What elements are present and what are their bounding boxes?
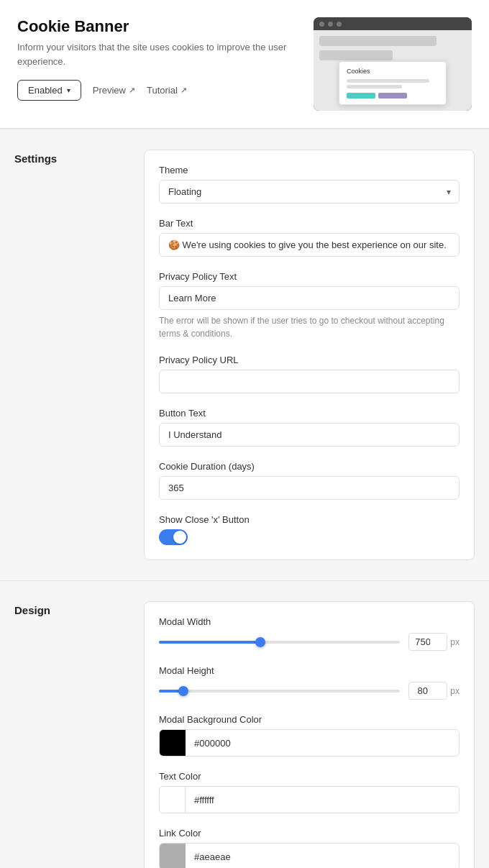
preview-label: Preview: [93, 85, 126, 96]
modal-bg-color-input[interactable]: [186, 732, 459, 754]
mockup-block-2: [319, 50, 393, 60]
show-close-button-toggle[interactable]: [159, 529, 188, 545]
link-color-field: [159, 843, 460, 868]
mockup-dot-1: [319, 22, 324, 27]
privacy-policy-text-label: Privacy Policy Text: [159, 271, 460, 282]
mockup-cookie-buttons: [347, 93, 439, 99]
modal-width-slider-thumb[interactable]: [255, 637, 265, 647]
privacy-policy-text-field-group: Privacy Policy Text The error will be sh…: [159, 271, 460, 340]
button-text-label: Button Text: [159, 408, 460, 419]
design-section: Design Modal Width px Modal Height: [0, 581, 489, 868]
settings-label: Settings: [14, 150, 144, 165]
modal-width-unit: px: [450, 637, 460, 647]
modal-height-slider-track[interactable]: [159, 690, 400, 693]
cookie-duration-field-group: Cookie Duration (days): [159, 461, 460, 500]
mockup-cookie-box: Cookies: [339, 61, 447, 105]
settings-panel: Theme Floating Top Bar Bottom Bar Modal …: [144, 150, 475, 560]
tutorial-link[interactable]: Tutorial ↗: [147, 85, 187, 96]
modal-width-slider-fill: [159, 641, 260, 644]
mockup-btn-green: [347, 93, 375, 99]
privacy-policy-text-hint: The error will be shown if the user trie…: [159, 314, 460, 340]
tutorial-label: Tutorial: [147, 85, 178, 96]
theme-select-wrapper: Floating Top Bar Bottom Bar Modal ▾: [159, 180, 460, 204]
bar-text-label: Bar Text: [159, 218, 460, 229]
preview-link[interactable]: Preview ↗: [93, 85, 135, 96]
enabled-button[interactable]: Enabled ▾: [17, 80, 81, 101]
modal-height-slider-thumb[interactable]: [178, 686, 188, 696]
modal-height-label: Modal Height: [159, 665, 460, 676]
external-link-icon: ↗: [180, 86, 187, 95]
mockup-cookie-line-1: [347, 79, 429, 83]
privacy-policy-url-label: Privacy Policy URL: [159, 355, 460, 365]
text-color-swatch[interactable]: [160, 787, 186, 813]
modal-width-value-box: px: [408, 633, 460, 651]
modal-bg-color-label: Modal Background Color: [159, 714, 460, 725]
mockup-content: Cookies: [314, 30, 472, 111]
toggle-wrapper: [159, 529, 460, 545]
mockup-block-1: [319, 36, 437, 46]
text-color-label: Text Color: [159, 771, 460, 782]
mockup-cookie-line-2: [347, 85, 402, 88]
privacy-policy-text-input[interactable]: [159, 286, 460, 310]
design-label: Design: [14, 601, 144, 616]
cookie-duration-input[interactable]: [159, 476, 460, 500]
modal-height-unit: px: [450, 686, 460, 696]
privacy-policy-url-field-group: Privacy Policy URL: [159, 355, 460, 393]
settings-section: Settings Theme Floating Top Bar Bottom B…: [0, 129, 489, 580]
header-actions: Enabled ▾ Preview ↗ Tutorial ↗: [17, 80, 299, 101]
bar-text-field-group: Bar Text: [159, 218, 460, 257]
modal-height-field-group: Modal Height px: [159, 665, 460, 700]
mockup-dot-3: [337, 22, 342, 27]
preview-mockup: Cookies: [314, 17, 472, 111]
theme-field-group: Theme Floating Top Bar Bottom Bar Modal …: [159, 165, 460, 204]
mockup-dot-2: [328, 22, 333, 27]
header-left: Cookie Banner Inform your visitors that …: [17, 17, 299, 101]
header-card: Cookie Banner Inform your visitors that …: [0, 0, 489, 129]
modal-bg-color-field-group: Modal Background Color: [159, 714, 460, 757]
modal-width-slider-track[interactable]: [159, 641, 400, 644]
enabled-label: Enabled: [28, 85, 63, 96]
external-link-icon: ↗: [129, 86, 135, 95]
modal-height-slider-row: px: [159, 682, 460, 700]
chevron-down-icon: ▾: [67, 86, 70, 94]
bar-text-input[interactable]: [159, 233, 460, 257]
modal-width-slider-row: px: [159, 633, 460, 651]
theme-select[interactable]: Floating Top Bar Bottom Bar Modal: [159, 180, 460, 204]
link-color-input[interactable]: [186, 846, 459, 868]
show-close-button-label: Show Close 'x' Button: [159, 514, 460, 525]
privacy-policy-url-input[interactable]: [159, 370, 460, 393]
button-text-field-group: Button Text: [159, 408, 460, 447]
modal-height-value-box: px: [408, 682, 460, 700]
link-color-label: Link Color: [159, 828, 460, 839]
link-color-swatch[interactable]: [160, 844, 186, 868]
modal-height-input[interactable]: [408, 682, 447, 700]
page-description: Inform your visitors that the site uses …: [17, 40, 299, 68]
mockup-browser-bar: [314, 17, 472, 30]
show-close-button-field-group: Show Close 'x' Button: [159, 514, 460, 545]
button-text-input[interactable]: [159, 423, 460, 447]
text-color-field: [159, 786, 460, 813]
link-color-field-group: Link Color: [159, 828, 460, 868]
modal-width-label: Modal Width: [159, 616, 460, 627]
cookie-duration-label: Cookie Duration (days): [159, 461, 460, 472]
text-color-field-group: Text Color: [159, 771, 460, 813]
modal-width-field-group: Modal Width px: [159, 616, 460, 651]
text-color-input[interactable]: [186, 789, 459, 811]
mockup-btn-purple: [378, 93, 407, 99]
page-title: Cookie Banner: [17, 17, 299, 36]
theme-label: Theme: [159, 165, 460, 175]
design-panel: Modal Width px Modal Height: [144, 601, 475, 868]
modal-bg-color-field: [159, 729, 460, 757]
mockup-cookie-title: Cookies: [347, 68, 439, 75]
modal-bg-color-swatch[interactable]: [160, 730, 186, 756]
modal-width-input[interactable]: [408, 633, 447, 651]
